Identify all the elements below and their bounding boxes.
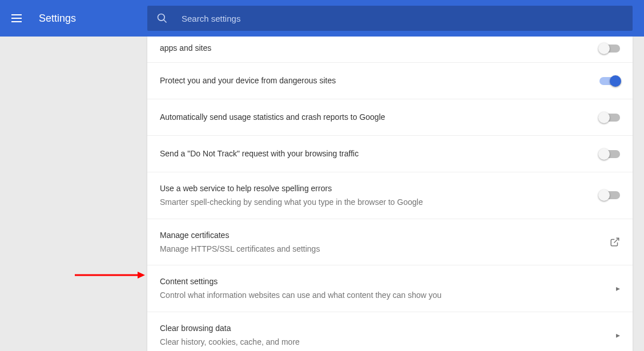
row-title: Manage certificates: [160, 229, 610, 241]
chevron-right-icon: ▸: [616, 284, 620, 293]
row-do-not-track: Send a "Do Not Track" request with your …: [147, 136, 633, 172]
toggle-protect-device[interactable]: [599, 77, 620, 85]
page-title: Settings: [39, 13, 76, 25]
header: Settings: [0, 0, 644, 37]
row-apps-and-sites: apps and sites: [147, 37, 633, 63]
row-title: Use a web service to help resolve spelli…: [160, 183, 599, 195]
row-subtitle: Manage HTTPS/SSL certificates and settin…: [160, 244, 610, 255]
row-title: Content settings: [160, 276, 616, 288]
row-manage-certificates[interactable]: Manage certificates Manage HTTPS/SSL cer…: [147, 219, 633, 266]
menu-icon[interactable]: [11, 11, 25, 25]
chevron-right-icon: ▸: [616, 330, 620, 340]
svg-point-0: [158, 14, 165, 21]
external-link-icon: [610, 237, 620, 247]
row-title: Send a "Do Not Track" request with your …: [160, 148, 599, 160]
row-title: apps and sites: [160, 42, 599, 54]
svg-line-1: [164, 20, 167, 23]
svg-marker-4: [138, 272, 145, 279]
row-subtitle: Smarter spell-checking by sending what y…: [160, 197, 599, 208]
row-title: Clear browsing data: [160, 322, 616, 334]
annotation-arrow: [72, 269, 146, 281]
row-spelling: Use a web service to help resolve spelli…: [147, 172, 633, 219]
row-usage-stats: Automatically send usage statistics and …: [147, 99, 633, 136]
row-title: Protect you and your device from dangero…: [160, 75, 599, 87]
toggle-apps-and-sites[interactable]: [599, 45, 620, 53]
search-icon: [156, 13, 168, 24]
row-clear-browsing-data[interactable]: Clear browsing data Clear history, cooki…: [147, 312, 633, 351]
toggle-do-not-track[interactable]: [599, 150, 620, 158]
row-subtitle: Clear history, cookies, cache, and more: [160, 337, 616, 348]
toggle-usage-stats[interactable]: [599, 114, 620, 122]
svg-line-2: [614, 238, 619, 243]
search-input[interactable]: [182, 14, 623, 23]
row-subtitle: Control what information websites can us…: [160, 290, 616, 301]
search-container[interactable]: [147, 6, 633, 31]
row-protect-device: Protect you and your device from dangero…: [147, 63, 633, 99]
toggle-spelling[interactable]: [599, 191, 620, 199]
row-title: Automatically send usage statistics and …: [160, 111, 599, 123]
row-content-settings[interactable]: Content settings Control what informatio…: [147, 265, 633, 312]
settings-list: apps and sites Protect you and your devi…: [147, 37, 633, 351]
